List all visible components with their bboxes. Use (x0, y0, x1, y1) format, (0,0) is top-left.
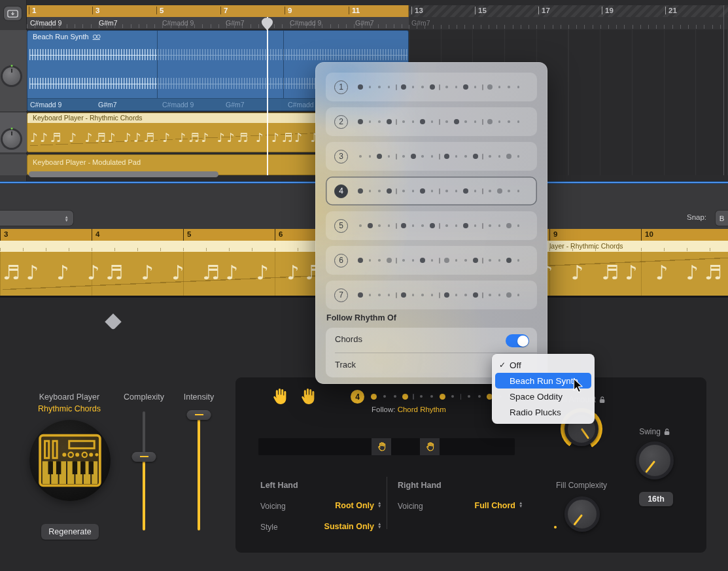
list-item: 13 (411, 7, 423, 14)
swing-grid-button[interactable]: 16th (639, 492, 673, 506)
cycle-region[interactable]: 1357911 (27, 5, 409, 17)
synth-keyboard-icon (29, 420, 111, 501)
track-header-tray-button[interactable] (4, 7, 22, 20)
bar-ruler[interactable]: 1357911 1315171921 (27, 5, 728, 17)
pattern-option-4-selected[interactable]: 4 (326, 177, 537, 205)
track-2-volume-knob[interactable] (3, 130, 20, 148)
regenerate-button[interactable]: Regenerate (41, 524, 99, 540)
fill-complexity-label: Fill Complexity (539, 481, 624, 490)
slider-handle[interactable] (187, 410, 211, 420)
fill-complexity-knob[interactable] (564, 496, 600, 532)
editor-region-name: layer - Rhythmic Chords (549, 242, 623, 250)
group-divider (335, 353, 537, 353)
pattern-number: 3 (334, 150, 348, 164)
loop-badge-icon: OO (93, 33, 100, 40)
list-item: G#m7 (411, 19, 430, 27)
list-item: C#madd 9 (162, 101, 194, 109)
knob-indicator (581, 428, 589, 440)
list-item: C#madd 9 (30, 19, 61, 27)
pattern-option-6[interactable]: 6 (326, 246, 537, 275)
pattern-option-7[interactable]: 7 (326, 281, 537, 309)
horizontal-scrollbar[interactable] (29, 171, 218, 177)
list-item: 4 (93, 230, 99, 238)
chords-label: Chords (335, 334, 362, 344)
keyboard-range-strip[interactable] (258, 438, 515, 455)
list-item: 10 (642, 230, 653, 238)
list-item: 6 (276, 230, 283, 238)
pattern-number: 7 (334, 288, 348, 302)
snap-label: Snap: (687, 213, 706, 221)
intensity-slider[interactable] (186, 411, 212, 542)
pattern-option-2[interactable]: 2 (326, 107, 537, 136)
right-hand-range-button[interactable] (420, 438, 440, 455)
pattern-dots (358, 84, 521, 90)
knob-indicator (645, 460, 655, 473)
track-header-1[interactable] (0, 30, 27, 111)
lh-style-label: Style (260, 523, 278, 532)
unlock-icon[interactable] (664, 428, 670, 438)
chevron-updown-icon[interactable]: ▲▼ (377, 522, 381, 528)
list-item: 19 (602, 7, 614, 14)
snap-select[interactable]: B (716, 211, 728, 226)
list-item: 9 (551, 230, 557, 238)
list-item: 17 (538, 7, 550, 14)
checkmark-icon: ✓ (495, 360, 510, 370)
menu-item-radio-plucks[interactable]: Radio Plucks (495, 404, 591, 420)
pattern-number: 6 (334, 254, 348, 268)
unlock-icon[interactable] (599, 396, 606, 406)
pattern-option-5[interactable]: 5 (326, 211, 537, 240)
chord-track[interactable]: C#madd 9G#m7C#madd 9G#m7C#madd 9G#m7 (27, 17, 409, 29)
pattern-option-3[interactable]: 3 (326, 142, 537, 171)
pattern-dots (358, 153, 521, 160)
region-boundary (157, 31, 158, 99)
pattern-dots (358, 222, 521, 229)
preset-name-label[interactable]: Rhythmic Chords (24, 404, 115, 413)
follow-status[interactable]: Follow: Chord Rhythm (372, 406, 446, 413)
knob-indicator (573, 514, 582, 525)
slider-handle[interactable] (132, 452, 156, 462)
list-item: G#m7 (99, 19, 118, 27)
chevron-updown-icon: ▲▼ (65, 215, 69, 222)
list-item: 3 (1, 230, 8, 238)
track-label: Track (335, 360, 356, 370)
list-item: C#madd (288, 101, 314, 109)
list-item: C#madd 9 (290, 19, 321, 27)
pattern-popover: 1 2 3 4 5 6 7 Follow Rhythm Of Cho (315, 62, 547, 384)
list-item: 11 (349, 7, 360, 14)
track-1-volume-knob[interactable] (3, 67, 20, 85)
left-hand-range-button[interactable] (372, 438, 391, 455)
region-name: Keyboard Player - Modulated Pad (33, 158, 141, 166)
lh-style-value[interactable]: Sustain Only (294, 522, 374, 531)
hands-divider (387, 477, 387, 529)
menu-item-off[interactable]: ✓ Off (495, 357, 591, 373)
pattern-dots (358, 292, 521, 298)
chords-toggle[interactable] (506, 334, 529, 347)
list-item: 7 (220, 7, 228, 14)
editor-mode-select[interactable]: ▲▼ (0, 211, 73, 226)
lh-voicing-label: Voicing (260, 502, 286, 511)
complexity-slider[interactable] (131, 411, 157, 542)
region-name: Beach Run Synth OO (33, 33, 100, 41)
list-item: 21 (665, 7, 677, 14)
list-item: 5 (184, 230, 191, 238)
logic-pro-window: 1357911 1315171921 C#madd 9G#m7C#madd 9G… (0, 0, 728, 571)
list-item: 9 (285, 7, 292, 14)
track-header-3[interactable] (0, 154, 27, 175)
keyboard-player-icon (29, 420, 111, 501)
swing-knob[interactable] (636, 441, 674, 479)
chord-track-overflow: G#m7 (409, 17, 728, 29)
playhead-line[interactable] (267, 17, 268, 175)
pattern-number-badge[interactable]: 4 (351, 390, 364, 404)
chevron-updown-icon[interactable]: ▲▼ (519, 501, 523, 508)
left-hand-icon[interactable] (271, 388, 288, 406)
lh-voicing-value[interactable]: Root Only (294, 501, 374, 510)
session-player-panel: 4 Follow: Chord Rhythm Left Hand Voicing… (235, 377, 706, 553)
pattern-option-1[interactable]: 1 (326, 73, 537, 101)
list-item: 1 (29, 7, 36, 14)
list-item: G#m7 (98, 101, 117, 109)
track-header-2[interactable] (0, 112, 27, 152)
chevron-updown-icon[interactable]: ▲▼ (377, 501, 381, 508)
right-hand-icon[interactable] (300, 388, 317, 406)
rh-voicing-value[interactable]: Full Chord (432, 501, 515, 510)
playhead-pin[interactable] (262, 18, 273, 33)
